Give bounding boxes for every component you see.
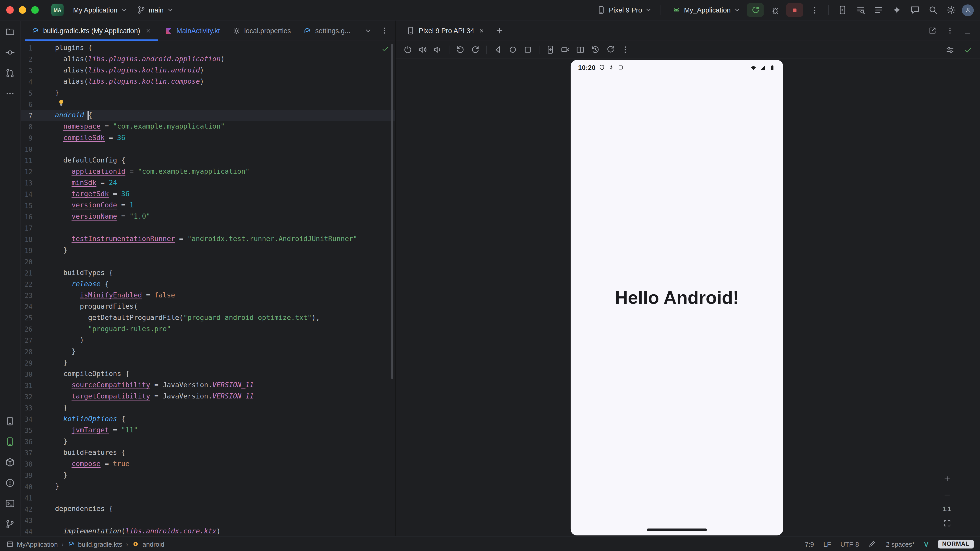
editor-tab-mainactivity.kt[interactable]: MainActivity.kt: [158, 21, 226, 41]
code-line-7[interactable]: 7android {: [21, 110, 395, 121]
overview-icon[interactable]: [520, 43, 535, 57]
run-configuration-selector[interactable]: My_Application: [668, 4, 743, 16]
more-icon[interactable]: [618, 43, 632, 57]
editor-tab-local.properties[interactable]: local.properties: [226, 21, 297, 41]
debug-button[interactable]: [767, 3, 783, 17]
code-line-37[interactable]: 37 buildFeatures {: [21, 447, 395, 458]
code-line-18[interactable]: 18 testInstrumentationRunner = "androidx…: [21, 233, 395, 245]
code-line-33[interactable]: 33 }: [21, 402, 395, 413]
gesture-bar[interactable]: [647, 529, 707, 531]
editor-tab-build.gradle.kts-my-application-[interactable]: build.gradle.kts (My Application): [25, 21, 158, 41]
volume-up-icon[interactable]: [416, 43, 430, 57]
project-widget[interactable]: My Application: [68, 4, 130, 16]
code-line-20[interactable]: 20: [21, 256, 395, 267]
code-line-14[interactable]: 14 targetSdk = 36: [21, 189, 395, 200]
code-line-9[interactable]: 9 compileSdk = 36: [21, 132, 395, 144]
device-manager-icon[interactable]: [835, 3, 850, 17]
terminal-icon[interactable]: [2, 495, 18, 512]
hide-icon[interactable]: [960, 23, 975, 38]
tab-options-button[interactable]: [377, 23, 392, 38]
settings-icon[interactable]: [944, 3, 959, 17]
code-line-41[interactable]: 41: [21, 492, 395, 503]
breadcrumb-item-android[interactable]: android: [132, 540, 164, 548]
code-line-26[interactable]: 26 "proguard-rules.pro": [21, 324, 395, 335]
breadcrumb-item-build.gradle.kts[interactable]: build.gradle.kts: [67, 540, 122, 548]
code-line-12[interactable]: 12 applicationId = "com.example.myapplic…: [21, 166, 395, 177]
minimize-window-button[interactable]: [19, 6, 26, 14]
zoom-to-fit-button[interactable]: [941, 517, 953, 529]
code-editor[interactable]: 1plugins {2 alias(libs.plugins.android.a…: [21, 41, 395, 536]
emulator-screen[interactable]: 10:20 Hello Android!: [571, 60, 783, 535]
code-line-35[interactable]: 35 jvmTarget = "11": [21, 425, 395, 436]
volume-down-icon[interactable]: [431, 43, 445, 57]
zoom-in-button[interactable]: [941, 473, 953, 484]
code-line-16[interactable]: 16 versionName = "1.0": [21, 211, 395, 222]
code-line-6[interactable]: 6: [21, 99, 395, 110]
snapshots-icon[interactable]: [588, 43, 602, 57]
code-line-17[interactable]: 17: [21, 222, 395, 233]
code-line-10[interactable]: 10: [21, 144, 395, 155]
screen-record-icon[interactable]: [558, 43, 573, 57]
code-line-24[interactable]: 24 proguardFiles(: [21, 301, 395, 312]
code-line-21[interactable]: 21 buildTypes {: [21, 267, 395, 279]
hidden-tabs-button[interactable]: [361, 23, 375, 38]
code-line-29[interactable]: 29 }: [21, 357, 395, 368]
power-icon[interactable]: [401, 43, 415, 57]
build-icon[interactable]: [2, 454, 18, 470]
assistant-chat-icon[interactable]: [907, 3, 923, 17]
code-line-39[interactable]: 39 }: [21, 470, 395, 481]
code-line-13[interactable]: 13 minSdk = 24: [21, 178, 395, 189]
device-explorer-icon[interactable]: [2, 413, 18, 429]
problems-icon[interactable]: [2, 475, 18, 491]
code-line-19[interactable]: 19 }: [21, 245, 395, 256]
code-line-44[interactable]: 44 implementation(libs.androidx.core.ktx…: [21, 526, 395, 536]
indent-setting[interactable]: 2 spaces*: [886, 540, 915, 548]
inspections-ok-icon[interactable]: [381, 45, 390, 53]
gemini-icon[interactable]: [889, 3, 904, 17]
more-vertical-icon[interactable]: [942, 23, 958, 38]
editor-tab-settings.g...[interactable]: settings.g...: [297, 21, 356, 41]
logcat-icon[interactable]: [853, 3, 868, 17]
editor-scrollbar[interactable]: [391, 44, 393, 379]
device-selector[interactable]: Pixel 9 Pro: [593, 4, 655, 16]
back-icon[interactable]: [490, 43, 505, 57]
code-line-43[interactable]: 43: [21, 515, 395, 526]
rotate-right-icon[interactable]: [468, 43, 482, 57]
close-window-button[interactable]: [6, 6, 14, 14]
code-line-42[interactable]: 42dependencies {: [21, 503, 395, 515]
home-icon[interactable]: [506, 43, 520, 57]
code-line-34[interactable]: 34 kotlinOptions {: [21, 413, 395, 425]
structure-icon[interactable]: [871, 3, 886, 17]
ready-check-icon[interactable]: [961, 43, 975, 57]
caret-position[interactable]: 7:9: [805, 540, 814, 548]
code-line-32[interactable]: 32 targetCompatibility = JavaVersion.VER…: [21, 391, 395, 402]
intention-bulb-icon[interactable]: [57, 99, 65, 106]
code-line-5[interactable]: 5}: [21, 87, 395, 99]
code-line-23[interactable]: 23 isMinifyEnabled = false: [21, 290, 395, 301]
vim-mode-badge[interactable]: NORMAL: [938, 540, 974, 548]
reset-icon[interactable]: [603, 43, 617, 57]
code-line-25[interactable]: 25 getDefaultProguardFile("proguard-andr…: [21, 312, 395, 324]
code-line-22[interactable]: 22 release {: [21, 279, 395, 290]
code-line-27[interactable]: 27 ): [21, 335, 395, 346]
running-devices-icon[interactable]: [2, 433, 18, 450]
code-line-40[interactable]: 40}: [21, 481, 395, 492]
popout-icon[interactable]: [925, 23, 940, 38]
code-line-8[interactable]: 8 namespace = "com.example.myapplication…: [21, 121, 395, 132]
code-line-11[interactable]: 11 defaultConfig {: [21, 155, 395, 166]
add-device-tab-button[interactable]: [492, 23, 507, 38]
fold-device-icon[interactable]: [573, 43, 587, 57]
close-icon[interactable]: [478, 27, 485, 34]
stop-button[interactable]: [786, 3, 803, 17]
code-line-3[interactable]: 3 alias(libs.plugins.kotlin.android): [21, 65, 395, 76]
project-folder-icon[interactable]: [2, 24, 18, 40]
ideavim-icon[interactable]: V: [924, 540, 928, 548]
profile-avatar[interactable]: [962, 4, 974, 16]
zoom-window-button[interactable]: [31, 6, 38, 14]
branch-widget[interactable]: main: [132, 4, 176, 16]
code-line-15[interactable]: 15 versionCode = 1: [21, 200, 395, 211]
breadcrumb-item-myapplication[interactable]: MyApplication: [6, 540, 58, 548]
more-tool-windows-icon[interactable]: [2, 86, 18, 102]
zoom-out-button[interactable]: [941, 489, 953, 500]
rotate-left-icon[interactable]: [453, 43, 468, 57]
